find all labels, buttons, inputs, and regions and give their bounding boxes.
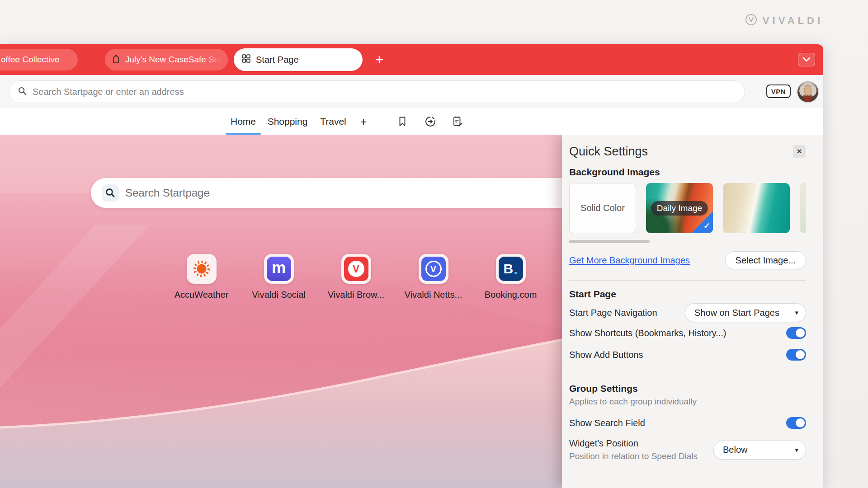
speed-dial-vivaldi-social[interactable]: m Vivaldi Social xyxy=(240,254,317,300)
speed-dial-vivaldi-browser[interactable]: V Vivaldi Brow... xyxy=(317,254,395,300)
tab-bar: offee Collective July's New CaseSafe Sui… xyxy=(0,44,823,75)
shopping-bag-favicon-icon xyxy=(111,54,121,66)
divider xyxy=(569,280,806,281)
history-icon[interactable] xyxy=(424,115,437,128)
get-more-backgrounds-link[interactable]: Get More Background Images xyxy=(569,255,690,266)
speed-dial-vivaldi-netts[interactable]: V Vivaldi Netts... xyxy=(395,254,472,300)
nav-tab-home[interactable]: Home xyxy=(226,108,261,135)
dropdown-value: Below xyxy=(723,445,747,455)
mastodon-icon: m xyxy=(267,257,291,281)
toggle-knob xyxy=(796,350,805,359)
speed-dial-label: Vivaldi Brow... xyxy=(328,290,384,300)
group-settings-subheading: Applies to each group individually xyxy=(569,397,806,407)
browser-window: offee Collective July's New CaseSafe Sui… xyxy=(0,44,823,488)
background-images-heading: Background Images xyxy=(569,167,806,178)
tab-label: July's New CaseSafe Suitc xyxy=(125,55,227,65)
caret-down-icon: ▾ xyxy=(795,446,798,454)
show-shortcuts-toggle[interactable] xyxy=(786,327,806,339)
desktop: VIVALDI offee Collective July's New Case… xyxy=(0,0,868,488)
toolbar: VPN xyxy=(0,75,823,108)
new-tab-button[interactable]: + xyxy=(370,50,389,69)
vivaldi-red-icon: V xyxy=(344,257,368,281)
notes-icon[interactable] xyxy=(451,115,464,128)
group-settings-heading: Group Settings xyxy=(569,383,806,394)
quick-settings-panel: Quick Settings × Background Images Solid… xyxy=(562,135,823,488)
quick-settings-title: Quick Settings xyxy=(569,145,806,159)
start-page-search-input[interactable] xyxy=(125,187,532,199)
nav-tab-label: Travel xyxy=(320,116,346,127)
vivaldi-wordmark: VIVALDI xyxy=(763,15,823,27)
nav-tab-travel[interactable]: Travel xyxy=(320,108,346,135)
speed-dial-accuweather[interactable]: AccuWeather xyxy=(163,254,240,300)
close-icon: × xyxy=(797,146,802,156)
accuweather-icon xyxy=(187,254,217,284)
background-image-options: Solid Color Daily Image ✓ xyxy=(569,183,806,233)
start-page-navbar: Home Shopping Travel + xyxy=(0,108,823,135)
widget-position-dropdown[interactable]: Below ▾ xyxy=(713,441,806,460)
nav-tab-shopping[interactable]: Shopping xyxy=(267,108,308,135)
vivaldi-logo-icon xyxy=(745,14,757,28)
toggle-knob xyxy=(796,328,805,338)
start-page-navigation-dropdown[interactable]: Show on Start Pages ▾ xyxy=(685,303,806,322)
background-option-ocean[interactable] xyxy=(723,183,790,233)
toggle-knob xyxy=(796,418,805,427)
vpn-badge[interactable]: VPN xyxy=(766,84,791,98)
nav-tab-label: Shopping xyxy=(268,116,308,127)
show-add-buttons-label: Show Add Buttons xyxy=(569,350,643,360)
background-option-solid-color[interactable]: Solid Color xyxy=(569,183,636,233)
speed-dial-grid-icon xyxy=(242,54,250,65)
tab-start-page[interactable]: Start Page xyxy=(234,48,363,71)
speed-dial-booking[interactable]: B. Booking.com xyxy=(472,254,549,300)
background-option-daily-image[interactable]: Daily Image ✓ xyxy=(646,183,713,233)
booking-icon: B. xyxy=(499,257,523,281)
profile-avatar[interactable] xyxy=(797,81,818,102)
background-option-partial[interactable] xyxy=(800,183,806,233)
thumbnails-scrollbar[interactable] xyxy=(569,240,650,243)
address-input[interactable] xyxy=(33,87,711,97)
check-icon: ✓ xyxy=(703,221,710,231)
bookmarks-icon[interactable] xyxy=(396,115,409,128)
start-page-navigation-label: Start Page Navigation xyxy=(569,308,657,318)
speed-dial-label: Vivaldi Netts... xyxy=(405,290,462,300)
show-add-buttons-toggle[interactable] xyxy=(786,349,806,361)
address-bar[interactable] xyxy=(9,80,745,103)
start-page-section-heading: Start Page xyxy=(569,289,806,300)
chevron-down-icon xyxy=(802,56,811,64)
add-nav-tab-button[interactable]: + xyxy=(357,108,370,135)
show-search-field-toggle[interactable] xyxy=(786,417,806,429)
vivaldi-brand: VIVALDI xyxy=(745,14,823,28)
dropdown-value: Show on Start Pages xyxy=(694,308,779,318)
widget-position-subtext: Position in relation to Speed Dials xyxy=(569,451,698,461)
select-image-button[interactable]: Select Image... xyxy=(725,251,806,269)
tab-label: Start Page xyxy=(256,55,299,65)
divider xyxy=(569,374,806,374)
vivaldi-blue-icon: V xyxy=(421,257,446,281)
nav-tab-label: Home xyxy=(231,116,256,127)
tab-label: offee Collective xyxy=(1,55,60,65)
show-shortcuts-label: Show Shortcuts (Bookmarks, History...) xyxy=(569,328,726,338)
start-page-content: AccuWeather m Vivaldi Social V xyxy=(0,135,823,488)
widget-position-label: Widget's Position xyxy=(569,438,698,449)
speed-dial-label: Booking.com xyxy=(485,290,537,300)
caret-down-icon: ▾ xyxy=(795,309,798,317)
tab-bar-menu-button[interactable] xyxy=(798,53,815,66)
close-button[interactable]: × xyxy=(793,145,806,158)
search-icon xyxy=(18,86,27,98)
tab-casesafe[interactable]: July's New CaseSafe Suitc xyxy=(105,49,228,70)
speed-dial-label: AccuWeather xyxy=(175,290,229,300)
startpage-search-icon xyxy=(102,184,119,202)
tab-coffee-collective[interactable]: offee Collective xyxy=(0,49,78,70)
background-option-label: Solid Color xyxy=(580,203,625,213)
speed-dial-row: AccuWeather m Vivaldi Social V xyxy=(163,254,549,300)
show-search-field-label: Show Search Field xyxy=(569,418,645,428)
speed-dial-label: Vivaldi Social xyxy=(252,290,306,300)
